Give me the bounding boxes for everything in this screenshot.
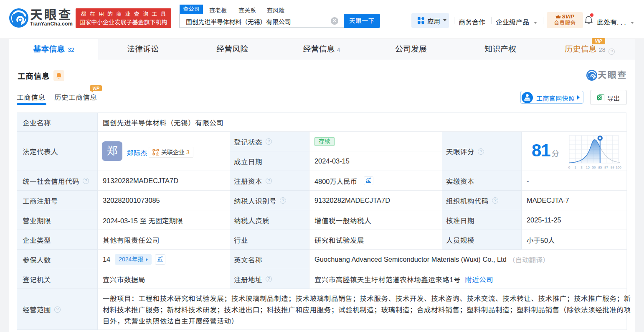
svg-text:97: 97 (604, 166, 608, 169)
svg-text:99: 99 (611, 166, 614, 169)
svg-text:50: 50 (592, 166, 596, 169)
svg-text:100: 100 (616, 166, 621, 169)
svg-text:3: 3 (581, 166, 583, 169)
svg-text:15: 15 (586, 166, 590, 169)
svg-text:85: 85 (598, 166, 602, 169)
svg-text:企: 企 (156, 151, 159, 156)
svg-text:1: 1 (575, 166, 577, 169)
svg-text:0: 0 (568, 166, 570, 169)
